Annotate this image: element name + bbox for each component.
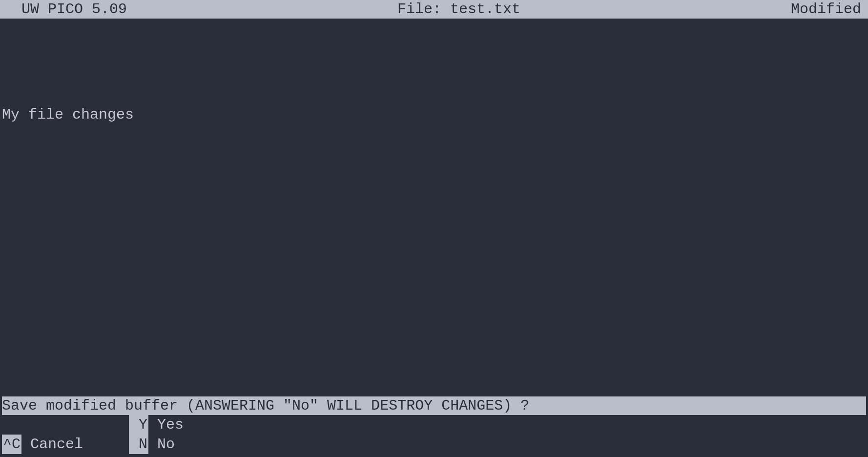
editor-blank-line xyxy=(2,54,866,72)
shortcut-label-no: No xyxy=(148,435,175,454)
shortcut-row-1: Y Yes xyxy=(2,415,866,435)
shortcut-key-n: N xyxy=(129,435,148,454)
shortcut-no[interactable]: N No xyxy=(129,435,175,454)
shortcut-yes[interactable]: Y Yes xyxy=(129,415,184,435)
editor-content-line: My file changes xyxy=(2,105,866,124)
shortcut-key-y: Y xyxy=(129,415,148,435)
file-label: File: test.txt xyxy=(127,0,791,19)
app-name: UW PICO 5.09 xyxy=(2,0,127,19)
shortcut-cancel[interactable]: ^C Cancel xyxy=(2,435,129,454)
bottom-section: Save modified buffer (ANSWERING "No" WIL… xyxy=(0,396,868,454)
shortcut-row-2: ^C Cancel N No xyxy=(2,435,866,454)
shortcut-label-yes: Yes xyxy=(148,415,184,435)
editor-area[interactable]: My file changes xyxy=(0,19,868,143)
save-prompt: Save modified buffer (ANSWERING "No" WIL… xyxy=(2,396,866,415)
modified-status: Modified xyxy=(791,0,866,19)
shortcut-label-cancel: Cancel xyxy=(21,435,83,454)
shortcut-row1-col1 xyxy=(2,415,129,435)
shortcut-key-ctrl-c: ^C xyxy=(2,435,21,454)
title-bar: UW PICO 5.09 File: test.txt Modified xyxy=(0,0,868,19)
